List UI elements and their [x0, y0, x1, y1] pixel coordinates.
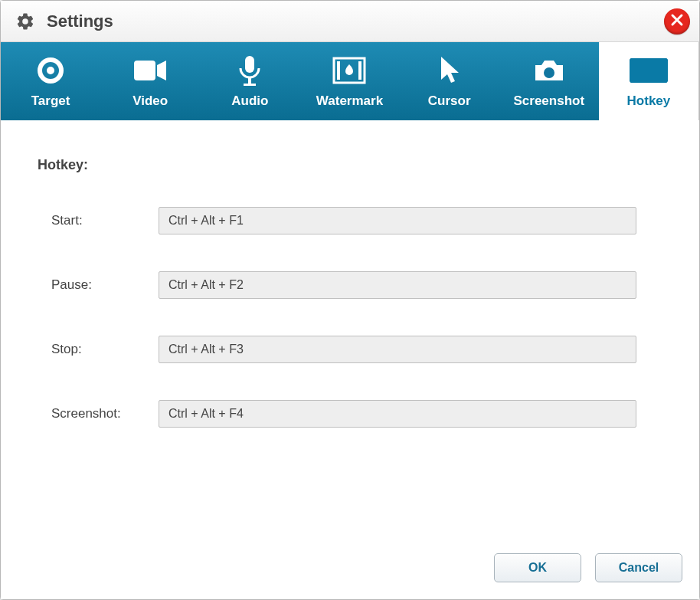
svg-rect-13: [634, 64, 638, 67]
svg-rect-19: [634, 69, 638, 73]
window-title: Settings: [47, 11, 113, 31]
section-heading: Hotkey:: [38, 157, 669, 173]
tab-label: Watermark: [316, 93, 383, 109]
svg-rect-25: [634, 74, 638, 78]
tab-screenshot[interactable]: Screenshot: [499, 42, 599, 120]
svg-rect-18: [661, 64, 663, 67]
svg-rect-5: [248, 77, 251, 84]
tabbar: Target Video Audio Watermark Cursor: [1, 42, 699, 120]
svg-rect-15: [645, 64, 649, 67]
titlebar: Settings: [1, 1, 699, 42]
hotkey-row-stop: Stop:: [51, 336, 669, 363]
settings-window: Settings Target Video Audio: [0, 0, 700, 600]
video-icon: [132, 54, 168, 87]
hotkey-input-pause[interactable]: [159, 271, 636, 299]
watermark-icon: [332, 54, 366, 87]
svg-point-11: [544, 67, 554, 78]
svg-rect-24: [661, 69, 663, 73]
tab-video[interactable]: Video: [100, 42, 200, 120]
svg-rect-26: [639, 74, 658, 78]
hotkey-input-stop[interactable]: [159, 336, 636, 363]
tab-label: Hotkey: [627, 93, 671, 109]
tab-target[interactable]: Target: [1, 42, 100, 120]
hotkey-row-screenshot: Screenshot:: [51, 400, 669, 428]
ok-button[interactable]: OK: [494, 553, 581, 582]
svg-rect-22: [650, 69, 654, 73]
svg-rect-20: [639, 69, 643, 73]
hotkey-input-start[interactable]: [159, 207, 636, 234]
hotkey-label-screenshot: Screenshot:: [51, 406, 159, 421]
svg-rect-23: [656, 69, 659, 73]
close-button[interactable]: [664, 8, 690, 34]
tab-watermark[interactable]: Watermark: [299, 42, 399, 120]
svg-rect-6: [244, 84, 256, 86]
microphone-icon: [237, 54, 262, 87]
footer-buttons: OK Cancel: [494, 553, 682, 582]
svg-point-1: [47, 67, 54, 74]
tab-hotkey[interactable]: Hotkey: [599, 42, 699, 120]
svg-rect-16: [650, 64, 654, 67]
cancel-button[interactable]: Cancel: [595, 553, 682, 582]
camera-icon: [532, 54, 566, 87]
hotkey-input-screenshot[interactable]: [159, 400, 636, 428]
tab-label: Cursor: [428, 93, 471, 109]
close-icon: [670, 13, 684, 30]
content-area: Hotkey: Start: Pause: Stop: Screenshot: …: [1, 120, 699, 599]
keyboard-icon: [630, 54, 668, 87]
tab-label: Screenshot: [513, 93, 584, 109]
hotkey-label-start: Start:: [51, 213, 159, 228]
svg-rect-17: [656, 64, 659, 67]
hotkey-row-pause: Pause:: [51, 271, 669, 299]
tab-cursor[interactable]: Cursor: [400, 42, 499, 120]
svg-rect-8: [337, 61, 340, 80]
svg-rect-27: [659, 74, 663, 78]
svg-rect-14: [639, 64, 643, 67]
svg-rect-9: [358, 61, 361, 80]
cursor-icon: [438, 54, 461, 87]
svg-rect-4: [245, 56, 254, 73]
svg-marker-3: [157, 61, 166, 80]
svg-marker-10: [441, 57, 459, 83]
svg-rect-21: [645, 69, 649, 73]
tab-label: Audio: [231, 93, 268, 109]
hotkey-row-start: Start:: [51, 207, 669, 234]
svg-rect-2: [134, 61, 155, 80]
hotkey-label-stop: Stop:: [51, 342, 159, 357]
tab-label: Video: [132, 93, 168, 109]
gear-icon: [15, 11, 36, 32]
tab-audio[interactable]: Audio: [200, 42, 299, 120]
target-icon: [35, 54, 66, 87]
tab-label: Target: [31, 93, 70, 109]
hotkey-label-pause: Pause:: [51, 277, 159, 293]
